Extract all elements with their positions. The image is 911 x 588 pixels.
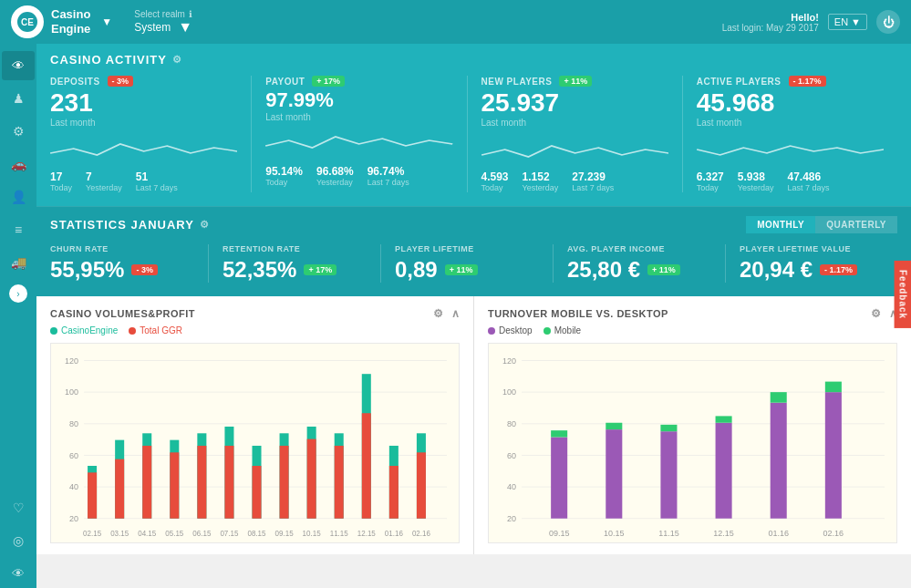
legend-teal-dot <box>50 327 57 335</box>
svg-text:05.15: 05.15 <box>165 529 183 537</box>
logo-dropdown[interactable]: ▼ <box>101 15 112 28</box>
charts-section: CASINO VOLUMES&PROFIT ⚙ ∧ CasinoEngine <box>36 296 911 554</box>
statistics-settings-icon[interactable]: ⚙ <box>200 219 210 231</box>
logo-text: Casino Engine <box>51 7 90 36</box>
sidebar-item-game[interactable]: ♟ <box>2 84 35 113</box>
stats-row: DEPOSITS - 3% 231 Last month 17 Today <box>50 76 897 192</box>
sidebar-item-eye2[interactable]: 👁 <box>2 559 35 588</box>
sidebar-item-vehicle[interactable]: 🚗 <box>2 150 35 179</box>
turnover-title: TURNOVER MOBILE VS. DESKTOP ⚙ ∧ <box>488 307 897 320</box>
sidebar-item-menu[interactable]: ≡ <box>2 215 35 244</box>
active-players-label: ACTIVE PLAYERS <box>697 77 782 87</box>
svg-text:100: 100 <box>502 387 516 397</box>
deposits-footer: 17 Today 7 Yesterday 51 Last 7 days <box>50 170 237 192</box>
svg-rect-38 <box>389 466 399 519</box>
deposits-sub: Last month <box>50 118 237 128</box>
casino-activity-settings-icon[interactable]: ⚙ <box>172 54 182 66</box>
svg-text:02.16: 02.16 <box>412 529 430 537</box>
svg-text:11.15: 11.15 <box>330 529 348 537</box>
player-lifetime-value-label: PLAYER LIFETIME VALUE <box>740 244 884 253</box>
payout-sub: Last month <box>265 112 452 122</box>
statistics-section: STATISTICS JANUARY ⚙ MONTHLY QUARTERLY C… <box>36 206 911 296</box>
svg-text:06.15: 06.15 <box>192 529 211 537</box>
svg-text:20: 20 <box>69 514 78 523</box>
payout-block: PAYOUT + 17% 97.99% Last month 95.14% To… <box>252 76 467 192</box>
svg-rect-33 <box>252 466 261 519</box>
casino-volumes-panel: CASINO VOLUMES&PROFIT ⚙ ∧ CasinoEngine <box>36 296 474 554</box>
sidebar-item-eye[interactable]: 👁 <box>2 51 35 80</box>
sidebar-item-truck[interactable]: 🚚 <box>2 248 35 277</box>
chart1-area: 120 100 80 60 40 20 <box>50 343 460 543</box>
svg-text:03.15: 03.15 <box>110 529 129 537</box>
retention-rate-label: RETENTION RATE <box>223 244 367 253</box>
churn-rate-label: CHURN RATE <box>50 244 194 253</box>
legend-red-dot <box>129 327 136 335</box>
realm-chevron-icon[interactable]: ▼ <box>178 19 192 36</box>
churn-rate-value: 55,95% <box>50 257 124 283</box>
player-lifetime-value-value: 20,94 € <box>740 257 813 283</box>
svg-text:120: 120 <box>65 356 78 365</box>
svg-text:120: 120 <box>502 356 516 365</box>
svg-text:40: 40 <box>507 482 516 491</box>
svg-rect-69 <box>771 403 787 519</box>
deposits-label: DEPOSITS <box>50 77 100 87</box>
power-button[interactable]: ⏻ <box>876 10 900 34</box>
payout-sparkline <box>265 129 452 161</box>
legend-desktop: Desktop <box>488 325 533 335</box>
svg-text:80: 80 <box>69 419 78 428</box>
legend-total-ggr: Total GGR <box>129 325 182 335</box>
svg-text:04.15: 04.15 <box>138 529 156 537</box>
deposits-sparkline <box>50 135 237 167</box>
nav-right: Hello! Last login: May 29 2017 EN ▼ ⏻ <box>722 10 900 34</box>
monthly-button[interactable]: MONTHLY <box>746 216 815 233</box>
svg-rect-27 <box>88 472 97 518</box>
svg-rect-39 <box>417 452 426 518</box>
svg-rect-34 <box>280 446 289 519</box>
payout-footer: 95.14% Today 96.68% Yesterday 96.74% Las… <box>265 165 452 187</box>
chart1-gear-icon[interactable]: ⚙ <box>433 307 444 320</box>
deposits-badge: - 3% <box>108 76 134 87</box>
new-players-sub: Last month <box>481 118 668 128</box>
sidebar-item-circle[interactable]: ◎ <box>2 526 35 555</box>
svg-text:CE: CE <box>21 17 34 27</box>
language-button[interactable]: EN ▼ <box>828 14 867 30</box>
deposits-value: 231 <box>50 90 237 116</box>
svg-rect-30 <box>170 452 179 518</box>
charts-row: CASINO VOLUMES&PROFIT ⚙ ∧ CasinoEngine <box>36 296 911 554</box>
svg-text:02.15: 02.15 <box>83 529 101 537</box>
svg-text:09.15: 09.15 <box>275 529 294 537</box>
sidebar-expand[interactable]: › <box>9 284 27 303</box>
svg-rect-71 <box>551 430 567 437</box>
sidebar-item-settings[interactable]: ⚙ <box>2 117 35 146</box>
sidebar-item-user[interactable]: 👤 <box>2 182 35 211</box>
chart1-expand-icon[interactable]: ∧ <box>451 307 461 320</box>
period-buttons: MONTHLY QUARTERLY <box>746 216 897 233</box>
active-players-badge: - 1.17% <box>789 76 826 87</box>
avg-player-income-badge: + 11% <box>647 264 680 275</box>
new-players-block: NEW PLAYERS + 11% 25.937 Last month 4.59… <box>468 76 683 192</box>
chart2-legend: Desktop Mobile <box>488 325 897 335</box>
stats-metrics: CHURN RATE 55,95% - 3% RETENTION RATE 52… <box>50 244 897 283</box>
svg-rect-31 <box>197 446 206 519</box>
casino-activity-section: CASINO ACTIVITY ⚙ DEPOSITS - 3% 231 Last… <box>36 44 911 206</box>
svg-text:10.15: 10.15 <box>303 529 321 537</box>
feedback-tab[interactable]: Feedback <box>894 260 911 327</box>
statistics-header: STATISTICS JANUARY ⚙ MONTHLY QUARTERLY <box>50 216 897 233</box>
avg-player-income-label: AVG. PLAYER INCOME <box>567 244 711 253</box>
sidebar-item-heart[interactable]: ♡ <box>2 493 35 522</box>
svg-text:40: 40 <box>69 482 78 491</box>
content-area: CASINO ACTIVITY ⚙ DEPOSITS - 3% 231 Last… <box>36 44 911 588</box>
chart2-gear-icon[interactable]: ⚙ <box>871 307 882 320</box>
new-players-sparkline <box>481 135 668 167</box>
quarterly-button[interactable]: QUARTERLY <box>815 216 897 233</box>
payout-badge: + 17% <box>312 76 345 87</box>
svg-text:10.15: 10.15 <box>604 528 625 537</box>
sidebar: 👁 ♟ ⚙ 🚗 👤 ≡ 🚚 › ♡ ◎ 👁 <box>0 44 36 588</box>
svg-rect-66 <box>606 429 622 519</box>
svg-text:20: 20 <box>507 514 516 523</box>
active-players-value: 45.968 <box>697 90 884 116</box>
logo-icon: CE <box>11 5 44 38</box>
svg-text:08.15: 08.15 <box>247 529 265 537</box>
svg-text:09.15: 09.15 <box>549 528 570 537</box>
deposits-block: DEPOSITS - 3% 231 Last month 17 Today <box>50 76 252 192</box>
